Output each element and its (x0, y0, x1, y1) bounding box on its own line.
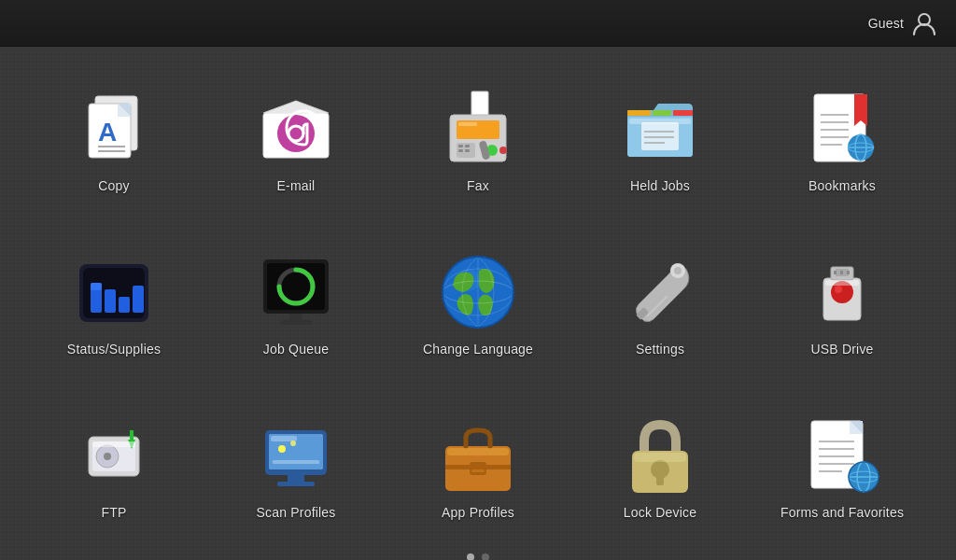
svg-rect-17 (458, 145, 463, 147)
svg-point-88 (278, 445, 286, 453)
svg-rect-80 (130, 430, 134, 443)
usb-drive-label: USB Drive (810, 342, 873, 357)
svg-rect-86 (288, 475, 304, 483)
svg-point-78 (104, 453, 111, 460)
settings-icon (618, 250, 702, 334)
svg-rect-50 (91, 283, 102, 290)
scan-profiles-label: Scan Profiles (256, 505, 335, 520)
usb-drive-icon (800, 250, 884, 334)
svg-rect-54 (289, 314, 302, 321)
guest-label: Guest (868, 16, 904, 31)
svg-point-89 (290, 441, 296, 446)
svg-point-10 (277, 115, 315, 152)
held-jobs-icon (618, 87, 702, 171)
pagination-dots (467, 553, 489, 560)
job-queue-label: Job Queue (263, 342, 329, 357)
app-item-settings[interactable]: Settings (571, 224, 749, 383)
svg-rect-49 (133, 286, 144, 313)
status-supplies-label: Status/Supplies (67, 342, 161, 357)
app-item-bookmarks[interactable]: Bookmarks (753, 61, 931, 219)
svg-rect-100 (634, 453, 686, 462)
svg-rect-48 (119, 297, 130, 313)
app-item-forms-favorites[interactable]: Forms and Favorites (753, 387, 931, 546)
svg-rect-72 (840, 271, 843, 274)
pagination-dot-2[interactable] (482, 553, 489, 560)
copy-label: Copy (98, 178, 129, 193)
job-queue-icon (254, 250, 338, 334)
forms-favorites-icon (800, 413, 884, 497)
header: Guest (0, 0, 956, 47)
svg-text:A: A (98, 118, 117, 147)
svg-rect-25 (653, 110, 671, 116)
app-item-copy[interactable]: A Copy (25, 61, 203, 219)
app-item-ftp[interactable]: FTP (25, 387, 203, 546)
svg-rect-81 (92, 441, 135, 447)
svg-rect-19 (458, 149, 463, 152)
app-item-change-language[interactable]: Change Language (389, 224, 567, 383)
status-icon (72, 250, 156, 334)
app-item-fax[interactable]: Fax (389, 61, 567, 219)
app-item-held-jobs[interactable]: Held Jobs (571, 61, 749, 219)
app-item-status-supplies[interactable]: Status/Supplies (25, 224, 203, 383)
bookmarks-icon (800, 87, 884, 171)
user-icon (911, 10, 937, 36)
main-content: A Copy (0, 47, 956, 560)
svg-point-63 (674, 267, 682, 274)
svg-rect-24 (627, 110, 651, 116)
svg-rect-47 (105, 289, 116, 313)
change-language-label: Change Language (423, 342, 533, 357)
app-profiles-label: App Profiles (442, 505, 514, 520)
email-label: E-mail (277, 178, 316, 193)
change-language-icon (436, 250, 520, 334)
svg-rect-96 (450, 451, 506, 453)
svg-rect-99 (656, 474, 664, 485)
svg-rect-18 (465, 145, 470, 147)
lock-device-label: Lock Device (624, 505, 696, 520)
guest-area: Guest (868, 10, 937, 36)
svg-rect-73 (847, 271, 850, 274)
held-jobs-label: Held Jobs (630, 178, 690, 193)
fax-icon (436, 87, 520, 171)
app-grid: A Copy (25, 61, 931, 546)
svg-rect-29 (641, 122, 679, 150)
app-item-job-queue[interactable]: Job Queue (207, 224, 385, 383)
email-icon (254, 87, 338, 171)
svg-rect-74 (825, 280, 859, 286)
pagination-dot-1[interactable] (467, 553, 474, 560)
app-item-email[interactable]: E-mail (207, 61, 385, 219)
svg-point-22 (499, 147, 507, 154)
bookmarks-label: Bookmarks (808, 178, 876, 193)
fax-label: Fax (467, 178, 489, 193)
ftp-label: FTP (101, 505, 126, 520)
app-item-scan-profiles[interactable]: Scan Profiles (207, 387, 385, 546)
svg-rect-94 (445, 465, 511, 469)
svg-rect-15 (458, 122, 477, 126)
ftp-icon (72, 413, 156, 497)
app-item-usb-drive[interactable]: USB Drive (753, 224, 931, 383)
svg-rect-55 (280, 320, 312, 325)
app-profiles-icon (436, 413, 520, 497)
svg-rect-90 (273, 460, 319, 464)
scan-profiles-icon (254, 413, 338, 497)
svg-rect-20 (465, 149, 470, 152)
app-item-lock-device[interactable]: Lock Device (571, 387, 749, 546)
forms-favorites-label: Forms and Favorites (780, 505, 904, 520)
svg-point-69 (835, 286, 842, 293)
svg-rect-26 (673, 110, 693, 116)
lock-device-icon (618, 413, 702, 497)
app-item-app-profiles[interactable]: App Profiles (389, 387, 567, 546)
svg-rect-87 (277, 482, 315, 486)
settings-label: Settings (636, 342, 684, 357)
copy-icon: A (72, 87, 156, 171)
svg-rect-71 (834, 271, 836, 274)
